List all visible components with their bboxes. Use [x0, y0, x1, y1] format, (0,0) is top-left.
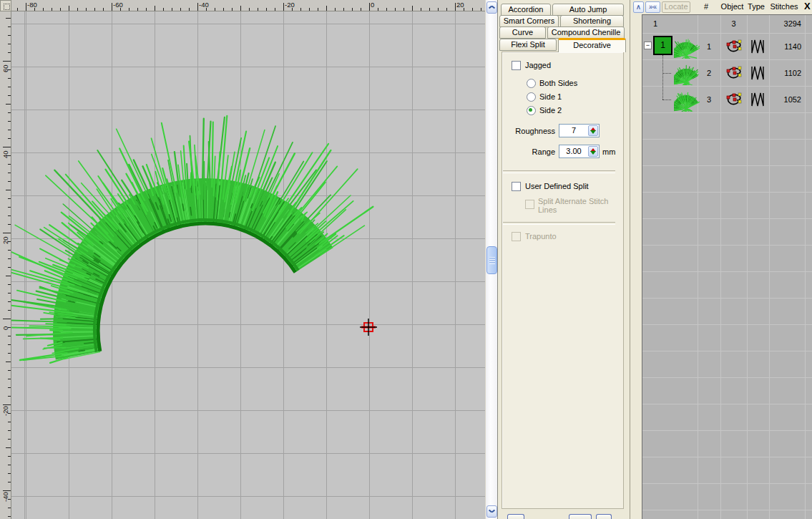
range-field[interactable]: 3.00 — [559, 145, 600, 158]
vertical-scrollbar[interactable] — [485, 0, 497, 519]
collapse-all-button[interactable]: ∧ — [633, 1, 644, 13]
scroll-up-button[interactable] — [486, 1, 497, 14]
ruler-label: 0 — [371, 1, 374, 9]
design-sequence-panel: ∧ »« Locate # Object Type Stitches X 1 3… — [630, 0, 812, 519]
side-2-label: Side 2 — [539, 106, 562, 115]
separator — [503, 222, 615, 225]
ruler-label: -40 — [199, 1, 209, 9]
spin-down-icon — [590, 130, 596, 134]
column-header-type: Type — [747, 2, 765, 11]
design-surface — [11, 11, 485, 519]
jagged-label: Jagged — [525, 61, 551, 69]
embroidery-object[interactable] — [11, 116, 373, 363]
object-thumbnail[interactable] — [674, 62, 700, 85]
ruler-label: -80 — [27, 1, 37, 9]
tab-accordion[interactable]: Accordion — [501, 4, 551, 16]
tab-curve[interactable]: Curve — [499, 26, 546, 39]
object-shape-icon — [725, 65, 743, 84]
user-defined-split-label: User Defined Split — [525, 182, 589, 190]
ruler-label: -60 — [113, 1, 123, 9]
stitch-count: 1102 — [765, 69, 801, 77]
design-canvas[interactable] — [11, 11, 485, 519]
trapunto-checkbox — [512, 232, 521, 241]
stitch-type-icon — [750, 39, 765, 57]
bottom-button-partial[interactable] — [596, 514, 612, 519]
panel-close-button[interactable]: X — [804, 1, 811, 11]
ruler-label: -40 — [1, 492, 9, 502]
object-row[interactable]: 1 1140 — [642, 34, 812, 60]
ruler-label: 60 — [1, 64, 9, 72]
ruler-origin-button[interactable] — [0, 0, 11, 11]
jagged-checkbox[interactable] — [512, 61, 521, 70]
object-row[interactable]: 2 1102 — [642, 60, 812, 87]
application-window: -80-60-40-20020 6040200-20-40 Accordion … — [0, 0, 812, 519]
object-number: 1 — [698, 42, 720, 51]
scroll-down-button[interactable] — [486, 505, 497, 518]
ruler-label: -20 — [1, 406, 9, 416]
stitch-count: 1052 — [765, 95, 801, 104]
spin-down-icon — [590, 151, 596, 155]
group-object-count: 3 — [720, 19, 747, 28]
separator — [503, 170, 615, 173]
bottom-button-partial[interactable] — [569, 514, 592, 519]
object-number: 2 — [698, 69, 720, 77]
ruler-label: -20 — [285, 1, 295, 9]
tab-auto-jump[interactable]: Auto Jump — [552, 4, 624, 16]
stitch-type-icon — [750, 92, 765, 110]
object-list: 1 3 3294 − 1 1 1140 — [642, 14, 812, 519]
roughness-value: 7 — [559, 126, 588, 135]
chevron-down-icon — [489, 509, 494, 514]
tab-compound-chenille[interactable]: Compound Chenille — [547, 26, 625, 39]
tab-shortening[interactable]: Shortening — [560, 15, 624, 27]
range-label: Range — [512, 147, 555, 156]
group-color-index: 1 — [648, 19, 662, 28]
roughness-field[interactable]: 7 — [559, 124, 600, 137]
column-header-object: Object — [719, 2, 745, 11]
ruler-label: 0 — [1, 326, 9, 330]
object-thumbnail[interactable] — [674, 89, 700, 112]
split-alternate-label-1: Split Alternate Stitch — [538, 197, 608, 205]
range-spinner[interactable] — [588, 146, 598, 157]
locate-button: Locate — [662, 1, 690, 13]
tab-smart-corners[interactable]: Smart Corners — [499, 15, 559, 27]
chevron-up-icon — [489, 4, 494, 9]
side-2-radio[interactable] — [527, 106, 536, 115]
horizontal-ruler: -80-60-40-20020 — [11, 0, 485, 11]
side-1-radio[interactable] — [527, 92, 536, 102]
bottom-button-partial[interactable] — [507, 514, 524, 519]
group-summary-row[interactable]: 1 3 3294 — [642, 15, 812, 34]
trapunto-label: Trapunto — [525, 232, 557, 241]
ruler-label: 20 — [1, 236, 9, 244]
expand-collapse-button[interactable]: »« — [645, 1, 660, 13]
stitch-type-icon — [750, 65, 765, 84]
range-unit-label: mm — [602, 147, 615, 156]
column-header-stitches: Stitches — [769, 2, 799, 11]
object-row[interactable]: 3 1052 — [642, 87, 812, 113]
both-sides-radio[interactable] — [527, 79, 536, 88]
object-thumbnail-art — [674, 39, 700, 59]
side-1-label: Side 1 — [539, 92, 562, 101]
vertical-ruler: 6040200-20-40 — [0, 11, 11, 519]
object-properties-panel: Accordion Auto Jump Smart Corners Shorte… — [497, 0, 630, 519]
scrollbar-thumb[interactable] — [486, 246, 497, 274]
ruler-label: 20 — [456, 1, 464, 9]
crosshair-cursor — [360, 319, 377, 336]
ruler-label: 40 — [1, 150, 9, 158]
object-shape-icon — [725, 92, 743, 110]
tab-flexi-split[interactable]: Flexi Split — [499, 39, 557, 51]
object-thumbnail-art — [674, 93, 700, 112]
object-shape-icon — [725, 39, 743, 57]
object-thumbnail-art — [674, 66, 698, 86]
group-stitch-count: 3294 — [765, 19, 801, 28]
column-header-number: # — [700, 2, 712, 11]
tab-decorative[interactable]: Decorative — [558, 38, 626, 52]
object-thumbnail[interactable] — [674, 36, 700, 59]
roughness-spinner[interactable] — [588, 125, 598, 136]
stitch-count: 1140 — [765, 42, 801, 51]
object-number: 3 — [698, 95, 720, 104]
range-value: 3.00 — [559, 147, 588, 155]
scrollbar-grip-icon — [489, 257, 495, 264]
user-defined-split-checkbox[interactable] — [512, 182, 521, 191]
split-alternate-checkbox — [525, 200, 534, 209]
decorative-tab-page — [502, 52, 624, 509]
